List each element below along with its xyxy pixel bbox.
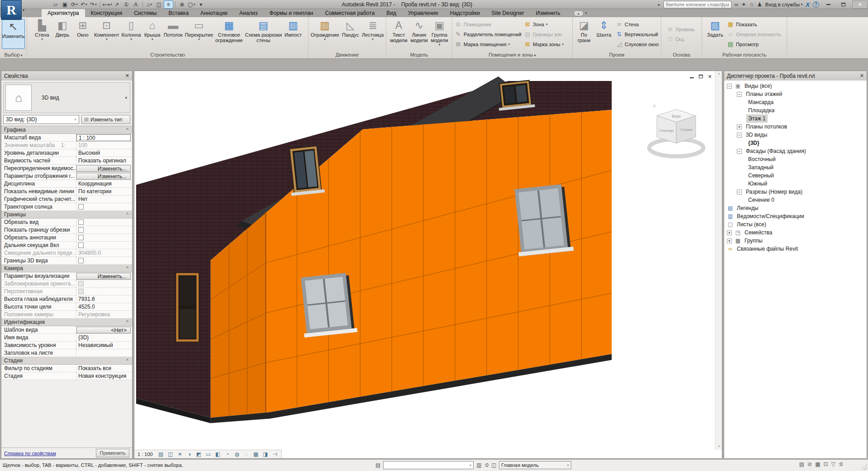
view-restore-icon[interactable] [699, 74, 703, 79]
qat-separator[interactable]: ▾ [100, 1, 100, 8]
ribbon-button[interactable]: ▙ Стена [32, 18, 52, 50]
ribbon-tab[interactable]: Совместная работа [319, 9, 381, 17]
tree-item[interactable]: Сечение 0 [724, 196, 867, 204]
property-checkbox[interactable] [78, 289, 84, 294]
property-row[interactable]: Значение масштаба 1: 100 [1, 142, 132, 149]
property-row[interactable]: Показать невидимые линии По категории [1, 188, 132, 195]
tree-item[interactable]: Легенды [724, 204, 867, 212]
property-checkbox[interactable] [78, 281, 84, 286]
detail-level-icon[interactable]: ▤ [157, 451, 165, 458]
property-row[interactable]: Параметры отображения г... Изменить... [1, 172, 132, 180]
property-row[interactable]: Фильтр по стадиям Показать все [1, 365, 132, 372]
ribbon-tab[interactable]: Вставка [162, 9, 194, 17]
customize-qat-button[interactable]: ▾▾ [196, 0, 206, 9]
project-browser-header[interactable]: Диспетчер проекта - Проба revit.rvt ✕ [724, 71, 867, 81]
ribbon-tab[interactable]: Аннотации [194, 9, 233, 17]
ribbon-small-button[interactable]: ≍ Стена [614, 19, 659, 29]
property-row[interactable]: Графика [1, 126, 132, 134]
exclude-options-icon[interactable]: ⊘ [807, 461, 812, 467]
property-row[interactable]: Масштаб вида 1 : 100 [1, 134, 132, 142]
ribbon-button[interactable]: ▤ Схема разрезки стены [244, 18, 283, 50]
redo-button[interactable]: ↷▾ [89, 0, 98, 9]
panel-caption-rooms[interactable]: Помещения и зоны [452, 52, 572, 58]
ribbon-button[interactable]: ▨ Задать [705, 18, 725, 50]
ribbon-tab[interactable]: Формы и генплан [264, 9, 319, 17]
tree-item[interactable]: Северный [724, 171, 867, 180]
ribbon-button[interactable]: ◪ По грани [574, 18, 594, 50]
property-row[interactable]: Обрезать аннотации [1, 234, 132, 242]
tree-item[interactable]: Южный [724, 180, 867, 188]
property-checkbox[interactable] [78, 235, 84, 240]
aligned-dimension-button[interactable]: ↗▾ [112, 0, 122, 9]
editing-requests-icon[interactable]: ▥ [476, 462, 481, 468]
property-row[interactable]: Заголовок на листе [1, 349, 132, 357]
view-close-icon[interactable]: ✕ [708, 74, 712, 79]
ribbon-small-button[interactable]: ⊠ Марка зоны [522, 39, 571, 49]
search-icon[interactable]: ∞ [735, 1, 739, 8]
tag-by-category-button[interactable]: ①▾ [122, 0, 131, 9]
measure-button[interactable]: ⟷▾ [102, 0, 112, 9]
ribbon-button[interactable]: ◧ Дверь [52, 18, 72, 50]
tree-item[interactable]: Планы потолков [724, 123, 867, 131]
tree-item[interactable]: {3D} [724, 139, 867, 147]
project-browser-close-icon[interactable]: ✕ [860, 73, 864, 79]
thin-lines-button[interactable]: ≡▾ [164, 0, 173, 9]
tree-item[interactable]: Фасады (Фасад здания) [724, 147, 867, 155]
temporary-hide-isolate-icon[interactable]: ◍ [233, 451, 241, 458]
property-row[interactable]: Границы [1, 211, 132, 219]
ribbon-button[interactable]: ▥ Импост [283, 18, 303, 50]
undo-button[interactable]: ↶▾ [79, 0, 89, 9]
tree-item[interactable]: Группы [724, 237, 867, 245]
property-row[interactable]: Заблокированная ориента... [1, 280, 132, 288]
section-button[interactable]: ◫▾ [154, 0, 164, 9]
ribbon-tab[interactable]: Управление [402, 9, 444, 17]
tree-item[interactable]: Этаж 1 [724, 114, 867, 123]
tree-item[interactable]: Восточный [724, 155, 867, 163]
tree-expander-icon[interactable] [727, 238, 732, 243]
worksets-icon[interactable]: ▤ [375, 462, 380, 468]
ribbon-button[interactable]: ▦ Стеновое ограждение [214, 18, 244, 50]
ribbon-collapse-button[interactable]: ▴ [574, 10, 583, 16]
tree-item[interactable]: Планы этажей [724, 90, 867, 98]
view-minimize-icon[interactable] [690, 74, 694, 79]
ribbon-small-button[interactable]: ▤ Просмотр [726, 39, 783, 49]
property-row[interactable]: Зависимость уровня Независимый [1, 342, 132, 349]
ribbon-tab[interactable]: Изменить [530, 9, 566, 17]
tree-expander-icon[interactable] [737, 190, 742, 195]
viewport-scrollbar[interactable]: ˄ ˅ [715, 71, 722, 450]
property-row[interactable]: Идентификация [1, 319, 132, 326]
design-options-icon[interactable]: ◫ [491, 462, 496, 468]
property-row[interactable]: Графический стиль расчет... Нет [1, 195, 132, 203]
ribbon-button[interactable]: ◺ Пандус [341, 18, 360, 50]
property-row[interactable]: Дальняя секущая Вкл [1, 242, 132, 249]
selection-filter-icon[interactable]: ▽ [831, 461, 835, 467]
property-checkbox[interactable] [78, 204, 84, 209]
tree-expander-icon[interactable] [727, 84, 732, 89]
property-checkbox[interactable] [78, 227, 84, 233]
rendering-dialog-icon[interactable]: ◩ [195, 451, 203, 458]
modify-button[interactable]: ↖ Изменить [2, 19, 25, 49]
view-cube[interactable]: ⌂ Верх Спереди Справа [649, 103, 703, 157]
show-crop-region-icon[interactable]: ◧ [214, 451, 222, 458]
ribbon-small-button[interactable]: ⊠ Зона [522, 19, 571, 29]
property-row[interactable]: Положение камеры Регулировка [1, 311, 132, 319]
application-menu-button[interactable]: R [1, 0, 22, 20]
close-button[interactable]: ✕ [852, 0, 868, 9]
resize-grip[interactable] [861, 464, 867, 470]
crop-view-icon[interactable]: ▭ [204, 451, 213, 458]
ribbon-button[interactable]: ▬ Потолок [163, 18, 184, 50]
property-row[interactable]: Стадии [1, 357, 132, 365]
show-constraints-icon[interactable]: ⊣ [271, 451, 279, 458]
ribbon-small-button[interactable]: ◿ Слуховое окно [614, 39, 659, 49]
sun-path-icon[interactable]: ☀ [176, 451, 184, 458]
panel-caption-select[interactable]: Выбор [0, 52, 27, 58]
properties-close-icon[interactable]: ✕ [125, 73, 129, 79]
tree-item[interactable]: Мансарда [724, 98, 867, 106]
property-row[interactable]: Высота глаза наблюдателя 7931.6 [1, 295, 132, 303]
ribbon-button[interactable]: ⊞ Окно [73, 18, 93, 50]
ribbon-button[interactable]: ⊡ Компонент [93, 18, 120, 50]
tree-expander-icon[interactable] [737, 124, 742, 129]
drawing-area[interactable]: ⌂ Верх Спереди Справа ✕ ˄ ˅ 1 : 100 ▤ ◫ … [134, 71, 722, 459]
tree-item[interactable]: Связанные файлы Revit [724, 245, 867, 253]
scroll-down-icon[interactable]: ˅ [716, 443, 722, 450]
